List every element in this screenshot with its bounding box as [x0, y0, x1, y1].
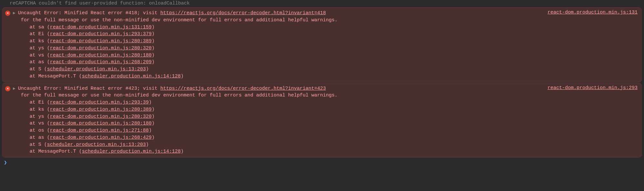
- stack-frame-link[interactable]: react-dom.production.min.js:280:320: [50, 114, 152, 119]
- error-suffix-text: for the full message or use the non-mini…: [18, 93, 337, 98]
- error-prefix-text: Uncaught Error: Minified React error #42…: [18, 86, 160, 91]
- console-warning-line: reCAPTCHA couldn't find user-provided fu…: [0, 0, 644, 7]
- stack-frame-link[interactable]: react-dom.production.min.js:131:159: [50, 25, 152, 30]
- stack-frame-link[interactable]: react-dom.production.min.js:280:320: [50, 45, 152, 51]
- stack-frame-link[interactable]: scheduler.production.min.js:13:203: [47, 142, 146, 147]
- stack-frame: at MessagePort.T (scheduler.production.m…: [18, 148, 535, 155]
- stack-frame: at S (scheduler.production.min.js:13:203…: [18, 141, 535, 148]
- console-prompt[interactable]: ❯: [0, 158, 644, 167]
- stack-frame-link[interactable]: react-dom.production.min.js:280:180: [50, 53, 152, 58]
- error-icon: ✕: [5, 86, 10, 91]
- error-message-text: Uncaught Error: Minified React error #42…: [18, 86, 326, 91]
- stack-frame: at S (scheduler.production.min.js:13:203…: [18, 66, 535, 73]
- expand-arrow-icon[interactable]: ▶: [13, 10, 15, 15]
- stack-frame: at ys (react-dom.production.min.js:280:3…: [18, 113, 535, 120]
- error-source-link[interactable]: react-dom.production.min.js:131: [538, 10, 638, 15]
- stack-frame-link[interactable]: react-dom.production.min.js:293:379: [50, 31, 152, 37]
- stack-frame-link[interactable]: react-dom.production.min.js:280:389: [50, 107, 152, 112]
- expand-arrow-icon[interactable]: ▶: [13, 86, 15, 91]
- stack-frame-link[interactable]: react-dom.production.min.js:280:180: [50, 121, 152, 126]
- warning-text: reCAPTCHA couldn't find user-provided fu…: [10, 1, 190, 6]
- stack-frame: at Ei (react-dom.production.min.js:293:3…: [18, 31, 535, 38]
- stack-frame-link[interactable]: scheduler.production.min.js:13:203: [47, 66, 146, 72]
- stack-frame-link[interactable]: react-dom.production.min.js:280:389: [50, 38, 152, 44]
- error-message-body: Uncaught Error: Minified React error #42…: [18, 85, 535, 156]
- error-message-text: Uncaught Error: Minified React error #41…: [18, 10, 326, 16]
- error-decoder-link[interactable]: https://reactjs.org/docs/error-decoder.h…: [160, 86, 326, 91]
- error-suffix-text: for the full message or use the non-mini…: [18, 17, 337, 23]
- stack-frame-link[interactable]: scheduler.production.min.js:14:128: [82, 149, 181, 154]
- error-message-body: Uncaught Error: Minified React error #41…: [18, 10, 535, 80]
- stack-frame-link[interactable]: react-dom.production.min.js:271:88: [50, 128, 149, 133]
- stack-frame: at as (react-dom.production.min.js:268:2…: [18, 59, 535, 66]
- error-source-link[interactable]: react-dom.production.min.js:293: [538, 85, 638, 91]
- prompt-caret: ❯: [4, 160, 7, 166]
- stack-frame-link[interactable]: scheduler.production.min.js:14:128: [82, 74, 181, 79]
- stack-frame: at ys (react-dom.production.min.js:280:3…: [18, 45, 535, 52]
- stack-frame-link[interactable]: react-dom.production.min.js:268:209: [50, 59, 152, 65]
- stack-frame: at os (react-dom.production.min.js:271:8…: [18, 127, 535, 134]
- stack-frame: at as (react-dom.production.min.js:268:4…: [18, 134, 535, 141]
- stack-trace: at Ei (react-dom.production.min.js:293:3…: [18, 99, 535, 155]
- stack-frame: at MessagePort.T (scheduler.production.m…: [18, 73, 535, 80]
- console-error-entry: ✕▶Uncaught Error: Minified React error #…: [2, 7, 642, 82]
- stack-frame: at Ei (react-dom.production.min.js:293:3…: [18, 99, 535, 106]
- stack-frame-link[interactable]: react-dom.production.min.js:268:429: [50, 135, 152, 140]
- stack-frame-link[interactable]: react-dom.production.min.js:293:39: [50, 100, 149, 105]
- stack-frame: at ks (react-dom.production.min.js:280:3…: [18, 38, 535, 45]
- console-error-entry: ✕▶Uncaught Error: Minified React error #…: [2, 83, 642, 158]
- error-prefix-text: Uncaught Error: Minified React error #41…: [18, 10, 160, 16]
- stack-frame: at ks (react-dom.production.min.js:280:3…: [18, 106, 535, 113]
- stack-frame: at sa (react-dom.production.min.js:131:1…: [18, 24, 535, 31]
- stack-frame: at vs (react-dom.production.min.js:280:1…: [18, 120, 535, 127]
- error-decoder-link[interactable]: https://reactjs.org/docs/error-decoder.h…: [160, 10, 326, 16]
- stack-frame: at vs (react-dom.production.min.js:280:1…: [18, 52, 535, 59]
- stack-trace: at sa (react-dom.production.min.js:131:1…: [18, 24, 535, 80]
- error-icon: ✕: [5, 11, 10, 16]
